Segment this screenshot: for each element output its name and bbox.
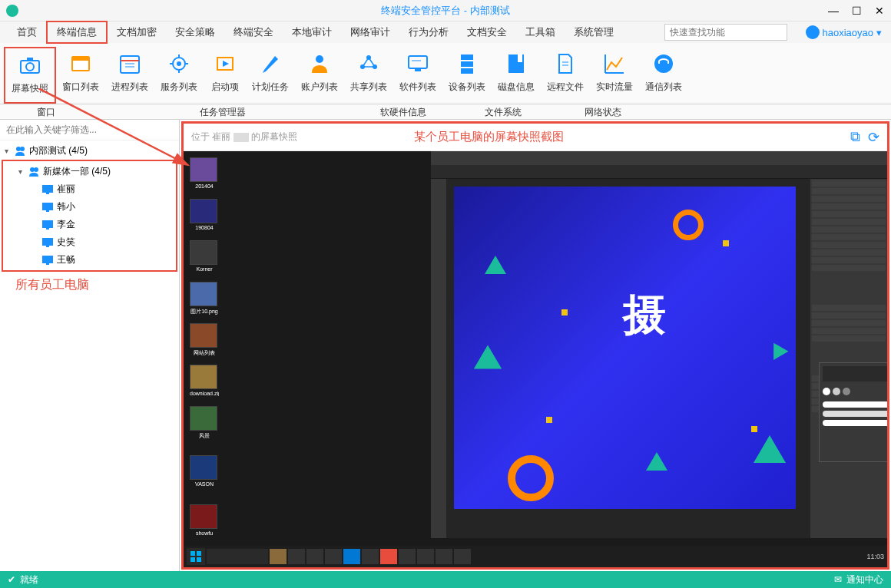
sidebar: ▾ 内部测试 (4/5) ▾ 新媒体一部 (4/5) 崔丽 韩小 bbox=[0, 120, 180, 571]
svg-rect-32 bbox=[42, 203, 53, 210]
menu-item-doc-security[interactable]: 文档安全 bbox=[458, 22, 516, 42]
svg-rect-20 bbox=[461, 61, 473, 67]
file-icon bbox=[551, 50, 579, 78]
maximize-button[interactable]: ☐ bbox=[845, 0, 868, 21]
user-name: haoxiaoyao bbox=[823, 27, 874, 38]
minimize-button[interactable]: — bbox=[822, 0, 845, 21]
monitor-icon bbox=[41, 201, 54, 213]
user-avatar-icon bbox=[806, 25, 820, 39]
menu-item-toolbox[interactable]: 工具箱 bbox=[516, 22, 565, 42]
redacted bbox=[234, 133, 249, 142]
ribbon-devices[interactable]: 设备列表 bbox=[442, 47, 492, 104]
calendar-icon bbox=[116, 50, 144, 78]
member-label: 史笑 bbox=[57, 236, 75, 249]
svg-rect-31 bbox=[46, 193, 49, 194]
svg-rect-16 bbox=[409, 56, 427, 68]
menu-item-home[interactable]: 首页 bbox=[8, 22, 46, 42]
tree-member[interactable]: 王畅 bbox=[5, 251, 174, 269]
tree-member[interactable]: 崔丽 bbox=[5, 180, 174, 198]
ribbon-services[interactable]: 服务列表 bbox=[154, 47, 204, 104]
menu-item-terminal-security[interactable]: 终端安全 bbox=[224, 22, 283, 42]
svg-rect-37 bbox=[46, 246, 49, 247]
ribbon-label: 远程文件 bbox=[547, 81, 584, 94]
tree-root-label: 内部测试 (4/5) bbox=[29, 144, 88, 157]
ribbon-label: 进程列表 bbox=[111, 81, 148, 94]
tree-member[interactable]: 史笑 bbox=[5, 233, 174, 251]
content-area: 位于 崔丽 的屏幕快照 某个员工电脑的屏幕快照截图 ⧉ ⟳ 201404 190… bbox=[180, 120, 891, 571]
tree-member[interactable]: 李金 bbox=[5, 216, 174, 233]
breadcrumb: 位于 崔丽 的屏幕快照 bbox=[191, 130, 297, 144]
svg-point-12 bbox=[316, 55, 323, 63]
menu-item-system[interactable]: 系统管理 bbox=[565, 22, 623, 42]
refresh-icon[interactable]: ⟳ bbox=[868, 129, 879, 146]
ribbon-communication[interactable]: 通信列表 bbox=[639, 47, 688, 104]
ribbon-label: 软件列表 bbox=[399, 81, 436, 94]
svg-rect-19 bbox=[461, 55, 473, 60]
ribbon-share[interactable]: 共享列表 bbox=[344, 47, 393, 104]
menu-item-network-audit[interactable]: 网络审计 bbox=[341, 22, 399, 42]
menu-bar: 首页 终端信息 文档加密 安全策略 终端安全 本地审计 网络审计 行为分析 文档… bbox=[0, 21, 891, 43]
copy-icon[interactable]: ⧉ bbox=[850, 129, 860, 146]
notification-center[interactable]: ✉ 通知中心 bbox=[834, 573, 883, 586]
ribbon-label: 启动项 bbox=[211, 81, 239, 94]
menu-search bbox=[664, 24, 787, 41]
collapse-icon[interactable]: ▾ bbox=[18, 167, 28, 176]
svg-rect-40 bbox=[190, 551, 195, 556]
menu-item-doc-encrypt[interactable]: 文档加密 bbox=[108, 22, 166, 42]
ribbon-windows[interactable]: 窗口列表 bbox=[56, 47, 105, 104]
svg-rect-38 bbox=[42, 256, 53, 263]
monitor-icon bbox=[41, 254, 54, 266]
sidebar-search-input[interactable] bbox=[3, 123, 176, 137]
share-icon bbox=[355, 50, 383, 78]
collapse-icon[interactable]: ▾ bbox=[5, 147, 14, 155]
ribbon-accounts[interactable]: 账户列表 bbox=[295, 47, 344, 104]
group-label: 软硬件信息 bbox=[353, 104, 453, 119]
svg-rect-22 bbox=[518, 55, 522, 62]
phone-icon bbox=[650, 50, 677, 78]
close-button[interactable]: ✕ bbox=[868, 0, 891, 21]
svg-point-27 bbox=[20, 147, 25, 151]
content-highlight-box: 位于 崔丽 的屏幕快照 某个员工电脑的屏幕快照截图 ⧉ ⟳ 201404 190… bbox=[181, 121, 889, 570]
tree-root[interactable]: ▾ 内部测试 (4/5) bbox=[2, 142, 177, 160]
camera-icon bbox=[16, 51, 44, 79]
tree-group-label: 新媒体一部 (4/5) bbox=[43, 165, 111, 178]
disk-icon bbox=[502, 50, 530, 78]
svg-rect-17 bbox=[415, 68, 421, 71]
menu-item-local-audit[interactable]: 本地审计 bbox=[283, 22, 341, 42]
annotation-content: 某个员工电脑的屏幕快照截图 bbox=[414, 130, 564, 144]
tree-group[interactable]: ▾ 新媒体一部 (4/5) bbox=[5, 163, 174, 180]
member-label: 王畅 bbox=[57, 253, 75, 266]
menu-item-behavior[interactable]: 行为分析 bbox=[399, 22, 458, 42]
svg-point-1 bbox=[26, 63, 34, 71]
ribbon-remote-file[interactable]: 远程文件 bbox=[541, 47, 590, 104]
status-ready: 就绪 bbox=[20, 573, 38, 586]
ribbon-process[interactable]: 进程列表 bbox=[105, 47, 154, 104]
svg-rect-34 bbox=[42, 220, 53, 228]
svg-rect-2 bbox=[27, 58, 33, 61]
ribbon-groups: 窗口 任务管理器 软硬件信息 文件系统 网络状态 bbox=[0, 104, 891, 120]
ribbon-screenshot[interactable]: 屏幕快照 bbox=[4, 47, 56, 104]
ribbon-label: 磁盘信息 bbox=[498, 81, 535, 94]
canvas-text: 摄 bbox=[623, 286, 666, 345]
svg-rect-21 bbox=[461, 68, 473, 74]
header-actions: ⧉ ⟳ bbox=[850, 129, 879, 146]
menu-item-security-policy[interactable]: 安全策略 bbox=[166, 22, 224, 42]
menu-item-terminal-info[interactable]: 终端信息 bbox=[46, 21, 108, 44]
ribbon-software[interactable]: 软件列表 bbox=[393, 47, 442, 104]
svg-point-10 bbox=[177, 61, 181, 66]
user-menu[interactable]: haoxiaoyao ▾ bbox=[806, 25, 883, 39]
search-input[interactable] bbox=[664, 24, 787, 41]
ribbon-label: 共享列表 bbox=[350, 81, 387, 94]
tree-member[interactable]: 韩小 bbox=[5, 198, 174, 216]
ribbon-toolbar: 屏幕快照 窗口列表 进程列表 服务列表 启动项 计划任务 账户列表 共享列表 软… bbox=[0, 43, 891, 104]
remote-canvas: 摄 bbox=[454, 187, 796, 509]
ribbon-schedule[interactable]: 计划任务 bbox=[246, 47, 295, 104]
screenshot-viewer: 201404 190804 Korner 图片10.png 网站列表 downl… bbox=[184, 151, 887, 567]
ribbon-traffic[interactable]: 实时流量 bbox=[590, 47, 639, 104]
ribbon-label: 服务列表 bbox=[161, 81, 197, 94]
remote-desktop-icons: 201404 190804 Korner 图片10.png 网站列表 downl… bbox=[184, 151, 260, 567]
ribbon-disk[interactable]: 磁盘信息 bbox=[492, 47, 541, 104]
annotation-sidebar: 所有员工电脑 bbox=[15, 277, 89, 293]
group-label: 窗口 bbox=[0, 104, 92, 119]
ribbon-startup[interactable]: 启动项 bbox=[204, 47, 246, 104]
